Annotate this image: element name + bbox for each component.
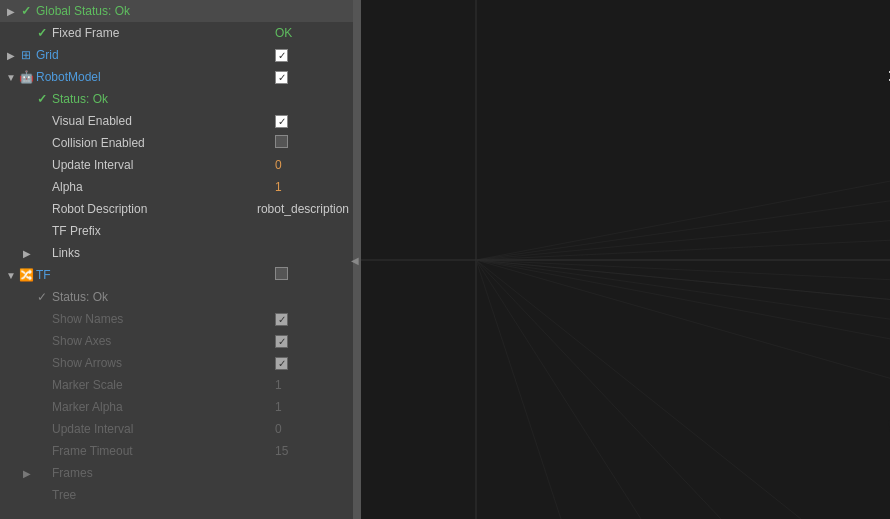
svg-line-11 [476, 260, 561, 519]
tree-row-fixed-frame[interactable]: ✓Fixed FrameOK [0, 22, 353, 44]
expander-frames[interactable]: ▶ [20, 468, 34, 479]
row-icon-fixed-frame: ✓ [34, 26, 50, 40]
tree-row-tree[interactable]: Tree [0, 484, 353, 506]
tree-row-tf-prefix[interactable]: TF Prefix [0, 220, 353, 242]
row-label-marker-scale: Marker Scale [52, 378, 269, 392]
tree-row-marker-alpha[interactable]: Marker Alpha1 [0, 396, 353, 418]
row-label-status-ok: Status: Ok [52, 92, 269, 106]
row-label-robot-description: Robot Description [52, 202, 251, 216]
tree-row-alpha[interactable]: Alpha1 [0, 176, 353, 198]
row-value-grid: ✓ [269, 48, 349, 62]
expander-robot-model[interactable]: ▼ [4, 72, 18, 83]
checkbox-grid[interactable]: ✓ [275, 49, 288, 62]
checkbox-show-arrows[interactable]: ✓ [275, 357, 288, 370]
row-label-show-axes: Show Axes [52, 334, 269, 348]
row-value-show-axes: ✓ [269, 334, 349, 348]
row-label-update-interval: Update Interval [52, 158, 269, 172]
tree-row-collision-enabled[interactable]: Collision Enabled [0, 132, 353, 154]
tree-row-status-ok[interactable]: ✓Status: Ok [0, 88, 353, 110]
row-label-tf-prefix: TF Prefix [52, 224, 269, 238]
resize-handle[interactable] [355, 0, 361, 519]
checkbox-visual-enabled[interactable]: ✓ [275, 115, 288, 128]
tree-row-robot-model[interactable]: ▼🤖RobotModel ✓ [0, 66, 353, 88]
row-value-robot-model: ✓ [269, 70, 349, 84]
tree-row-global-status[interactable]: ▶✓Global Status: Ok [0, 0, 353, 22]
row-value-marker-alpha: 1 [269, 400, 349, 414]
expander-global-status[interactable]: ▶ [4, 6, 18, 17]
expander-links[interactable]: ▶ [20, 248, 34, 259]
row-label-update-interval2: Update Interval [52, 422, 269, 436]
row-value-robot-description: robot_description [251, 202, 349, 216]
row-label-show-names: Show Names [52, 312, 269, 326]
svg-line-2 [476, 180, 890, 260]
tree-row-grid[interactable]: ▶⊞Grid ✓ [0, 44, 353, 66]
row-value-frame-timeout: 15 [269, 444, 349, 458]
row-icon-grid: ⊞ [18, 48, 34, 62]
svg-line-15 [476, 260, 890, 380]
row-label-frame-timeout: Frame Timeout [52, 444, 269, 458]
checkbox-robot-model[interactable]: ✓ [275, 71, 288, 84]
row-label-show-arrows: Show Arrows [52, 356, 269, 370]
3d-viewport [361, 0, 890, 519]
row-value-fixed-frame: OK [269, 26, 349, 40]
row-value-show-names: ✓ [269, 312, 349, 326]
row-label-global-status: Global Status: Ok [36, 4, 269, 18]
checkbox-tf[interactable] [275, 267, 288, 280]
tree-row-show-arrows[interactable]: Show Arrows ✓ [0, 352, 353, 374]
svg-line-4 [476, 220, 890, 260]
displays-panel[interactable]: ▶✓Global Status: Ok✓Fixed FrameOK▶⊞Grid … [0, 0, 355, 519]
row-label-marker-alpha: Marker Alpha [52, 400, 269, 414]
row-icon-global-status: ✓ [18, 4, 34, 18]
row-value-show-arrows: ✓ [269, 356, 349, 370]
svg-line-7 [476, 260, 890, 280]
row-value-update-interval: 0 [269, 158, 349, 172]
tree-row-frames[interactable]: ▶Frames [0, 462, 353, 484]
tree-row-robot-description[interactable]: Robot Descriptionrobot_description [0, 198, 353, 220]
tree-row-visual-enabled[interactable]: Visual Enabled ✓ [0, 110, 353, 132]
row-label-tf-status: Status: Ok [52, 290, 269, 304]
tree-row-update-interval[interactable]: Update Interval0 [0, 154, 353, 176]
checkbox-show-axes[interactable]: ✓ [275, 335, 288, 348]
tree-row-tf[interactable]: ▼🔀TF [0, 264, 353, 286]
svg-line-3 [476, 200, 890, 260]
svg-line-5 [476, 240, 890, 260]
row-value-visual-enabled: ✓ [269, 114, 349, 128]
row-label-frames: Frames [52, 466, 269, 480]
svg-line-9 [476, 260, 890, 320]
tree-row-marker-scale[interactable]: Marker Scale1 [0, 374, 353, 396]
row-label-grid: Grid [36, 48, 269, 62]
tree-row-tf-status[interactable]: ✓Status: Ok [0, 286, 353, 308]
row-label-fixed-frame: Fixed Frame [52, 26, 269, 40]
row-label-links: Links [52, 246, 269, 260]
tree-row-links[interactable]: ▶Links [0, 242, 353, 264]
grid-svg [361, 0, 890, 519]
row-value-alpha: 1 [269, 180, 349, 194]
tree-row-show-axes[interactable]: Show Axes ✓ [0, 330, 353, 352]
tree-row-update-interval2[interactable]: Update Interval0 [0, 418, 353, 440]
checkbox-show-names[interactable]: ✓ [275, 313, 288, 326]
svg-line-13 [476, 260, 721, 519]
row-label-alpha: Alpha [52, 180, 269, 194]
tree-row-show-names[interactable]: Show Names ✓ [0, 308, 353, 330]
row-icon-robot-model: 🤖 [18, 70, 34, 84]
svg-line-10 [476, 260, 890, 340]
row-value-collision-enabled [269, 135, 349, 151]
row-label-tree: Tree [52, 488, 269, 502]
row-value-tf [269, 267, 349, 283]
row-value-marker-scale: 1 [269, 378, 349, 392]
row-label-collision-enabled: Collision Enabled [52, 136, 269, 150]
row-value-update-interval2: 0 [269, 422, 349, 436]
checkbox-collision-enabled[interactable] [275, 135, 288, 148]
svg-line-12 [476, 260, 641, 519]
row-label-visual-enabled: Visual Enabled [52, 114, 269, 128]
svg-line-14 [476, 260, 801, 519]
expander-grid[interactable]: ▶ [4, 50, 18, 61]
tree-row-frame-timeout[interactable]: Frame Timeout15 [0, 440, 353, 462]
row-label-tf: TF [36, 268, 269, 282]
row-icon-tf-status: ✓ [34, 290, 50, 304]
row-icon-tf: 🔀 [18, 268, 34, 282]
row-label-robot-model: RobotModel [36, 70, 269, 84]
svg-line-16 [476, 260, 890, 300]
expander-tf[interactable]: ▼ [4, 270, 18, 281]
row-icon-status-ok: ✓ [34, 92, 50, 106]
